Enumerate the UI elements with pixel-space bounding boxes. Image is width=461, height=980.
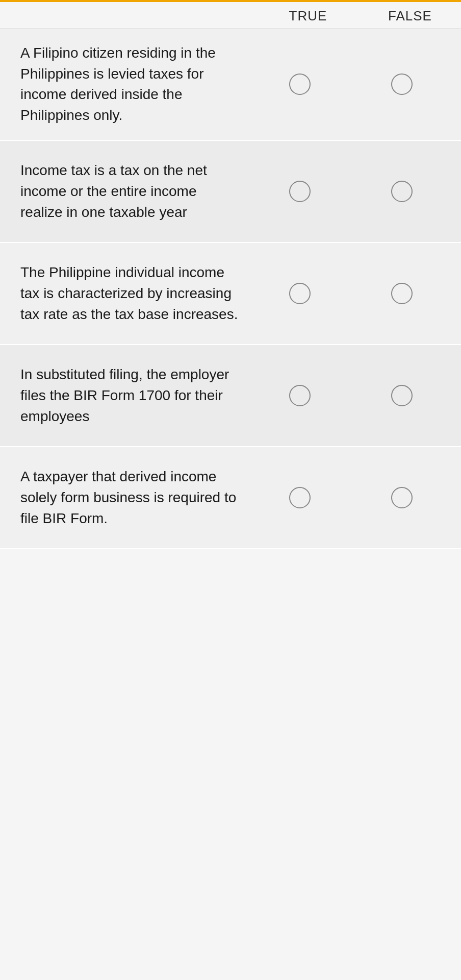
questions-container: A Filipino citizen residing in the Phili… [0, 29, 461, 549]
question-text-5: A taxpayer that derived income solely fo… [20, 467, 249, 529]
false-column-header: FALSE [359, 8, 461, 24]
false-radio-1[interactable] [391, 74, 413, 95]
question-row-4: In substituted filing, the employer file… [0, 345, 461, 447]
question-text-2: Income tax is a tax on the net income or… [20, 160, 249, 223]
true-radio-cell-2 [249, 181, 351, 202]
column-header-row: TRUE FALSE [0, 2, 461, 29]
true-radio-1[interactable] [289, 74, 311, 95]
false-radio-cell-4 [351, 385, 453, 406]
question-row-3: The Philippine individual income tax is … [0, 243, 461, 345]
true-radio-cell-5 [249, 487, 351, 508]
question-text-3: The Philippine individual income tax is … [20, 262, 249, 325]
false-radio-cell-5 [351, 487, 453, 508]
false-radio-3[interactable] [391, 283, 413, 304]
question-row-2: Income tax is a tax on the net income or… [0, 141, 461, 243]
true-radio-3[interactable] [289, 283, 311, 304]
false-radio-2[interactable] [391, 181, 413, 202]
true-column-header: TRUE [257, 8, 359, 24]
question-text-1: A Filipino citizen residing in the Phili… [20, 43, 249, 126]
true-radio-cell-1 [249, 74, 351, 95]
false-radio-cell-2 [351, 181, 453, 202]
true-radio-cell-4 [249, 385, 351, 406]
false-radio-5[interactable] [391, 487, 413, 508]
question-row-1: A Filipino citizen residing in the Phili… [0, 29, 461, 141]
true-radio-cell-3 [249, 283, 351, 304]
true-radio-5[interactable] [289, 487, 311, 508]
question-row-5: A taxpayer that derived income solely fo… [0, 447, 461, 549]
false-radio-4[interactable] [391, 385, 413, 406]
true-radio-4[interactable] [289, 385, 311, 406]
true-radio-2[interactable] [289, 181, 311, 202]
false-radio-cell-1 [351, 74, 453, 95]
question-text-4: In substituted filing, the employer file… [20, 364, 249, 427]
false-radio-cell-3 [351, 283, 453, 304]
